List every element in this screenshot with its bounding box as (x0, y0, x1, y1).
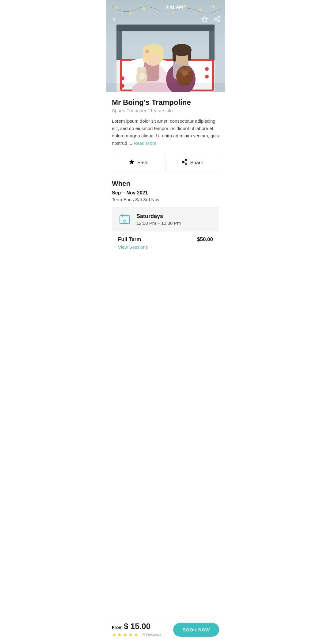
svg-point-54 (185, 163, 187, 164)
svg-rect-26 (160, 51, 163, 61)
svg-point-47 (215, 18, 216, 20)
svg-line-55 (184, 162, 186, 163)
nav-actions (201, 16, 220, 24)
svg-point-46 (218, 17, 220, 18)
calendar-icon (118, 213, 131, 226)
svg-marker-45 (202, 17, 207, 22)
share-button[interactable]: Share (166, 153, 219, 172)
main-content: Mr Boing's Trampoline Sports For under 1… (106, 92, 225, 172)
pricing-section: Full Term $50.00 View Sessions (112, 236, 219, 256)
svg-point-18 (205, 67, 209, 71)
svg-text:♥: ♥ (183, 74, 185, 78)
hero-image: ♥ (106, 0, 225, 92)
svg-rect-12 (116, 25, 215, 31)
view-sessions-button[interactable]: View Sessions (118, 244, 148, 250)
read-more-button[interactable]: Read More (134, 140, 156, 146)
svg-rect-44 (106, 83, 225, 92)
when-heading: When (112, 180, 219, 188)
svg-point-48 (218, 21, 220, 22)
description-text: Lorem ipsum dolor sit amet, consectetur … (112, 118, 219, 146)
svg-rect-37 (188, 52, 191, 61)
activity-description: Lorem ipsum dolor sit amet, consectetur … (112, 117, 219, 147)
save-hero-button[interactable] (201, 16, 208, 24)
share-icon (181, 159, 188, 167)
svg-rect-36 (173, 50, 176, 62)
share-label: Share (190, 160, 203, 166)
svg-point-27 (145, 50, 149, 53)
hero-scene-svg: ♥ (106, 0, 225, 92)
term-end: Term Ends Sat 3rd Nov (112, 197, 219, 202)
save-label: Save (137, 160, 148, 166)
status-bar: Carrier 9:41 AM 20% (106, 0, 225, 13)
schedule-info: Saturdays 12:00 Pm – 12:30 Pm (136, 213, 181, 226)
schedule-card: Saturdays 12:00 Pm – 12:30 Pm (112, 207, 219, 232)
bottom-spacer (106, 262, 225, 293)
svg-line-49 (216, 20, 218, 21)
activity-subtitle: Sports For under 11 years old (112, 108, 219, 113)
pricing-amount: $50.00 (197, 236, 213, 243)
svg-point-31 (139, 72, 145, 80)
svg-point-52 (185, 159, 187, 161)
svg-point-53 (182, 161, 184, 163)
status-time: 9:41 AM (166, 4, 183, 10)
svg-point-19 (205, 75, 209, 79)
share-hero-button[interactable] (214, 16, 220, 24)
date-range: Sep – Nov 2021 (112, 190, 219, 196)
activity-title: Mr Boing's Trampoline (112, 98, 219, 107)
schedule-day: Saturdays (136, 213, 181, 220)
action-row: Save Share (112, 153, 219, 172)
svg-point-16 (121, 76, 124, 80)
pricing-label: Full Term (118, 236, 141, 243)
back-button[interactable] (111, 16, 118, 25)
svg-line-56 (184, 160, 186, 161)
pricing-row: Full Term $50.00 (118, 236, 213, 243)
schedule-time: 12:00 Pm – 12:30 Pm (136, 220, 181, 226)
save-button[interactable]: Save (112, 153, 166, 172)
save-star-icon (129, 159, 135, 167)
svg-marker-51 (129, 159, 135, 164)
svg-line-50 (216, 18, 218, 19)
when-section: When Sep – Nov 2021 Term Ends Sat 3rd No… (106, 172, 225, 262)
